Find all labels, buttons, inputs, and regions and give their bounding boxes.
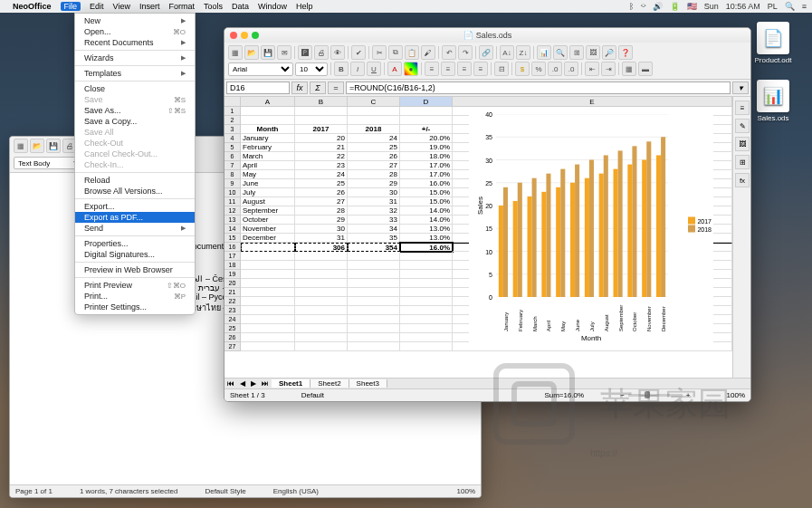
row-header[interactable]: 10 <box>224 188 241 197</box>
cell[interactable] <box>400 342 453 351</box>
cell[interactable] <box>295 342 348 351</box>
cell[interactable] <box>348 306 400 315</box>
cell[interactable] <box>400 116 453 125</box>
cell[interactable] <box>348 116 400 125</box>
zoom-icon[interactable]: 🔎 <box>602 45 616 60</box>
cell[interactable] <box>295 333 348 342</box>
cell[interactable] <box>400 306 453 315</box>
cell[interactable] <box>241 107 295 116</box>
column-header[interactable]: B <box>295 97 348 107</box>
cell[interactable]: Month <box>241 125 295 134</box>
cell[interactable] <box>348 342 400 351</box>
minimize-icon[interactable] <box>241 32 248 39</box>
menu-format[interactable]: Format <box>168 2 195 11</box>
row-header[interactable]: 24 <box>224 315 241 324</box>
menuitem-templates[interactable]: Templates <box>75 68 195 79</box>
align-right-icon[interactable]: ≡ <box>457 62 472 76</box>
font-size-select[interactable]: 10 <box>295 62 328 76</box>
menuitem-printer-settings[interactable]: Printer Settings... <box>75 302 195 312</box>
highlight-color-icon[interactable]: ● <box>404 62 418 76</box>
row-header[interactable]: 11 <box>224 197 241 206</box>
cell[interactable]: 2017 <box>295 125 348 134</box>
menu-insert[interactable]: Insert <box>139 2 160 11</box>
cell[interactable]: 15.0% <box>400 188 453 197</box>
cell[interactable] <box>400 261 453 270</box>
paintbrush-icon[interactable]: 🖌 <box>421 45 435 60</box>
new-icon[interactable]: ▦ <box>228 45 243 60</box>
cell[interactable]: 20 <box>295 134 348 143</box>
cell[interactable] <box>295 116 348 125</box>
menuitem-recent-documents[interactable]: Recent Documents <box>75 37 195 48</box>
row-header[interactable]: 7 <box>224 161 241 170</box>
cell[interactable]: 25 <box>295 179 348 188</box>
cell[interactable]: 31 <box>295 234 348 243</box>
cell[interactable]: 15.0% <box>400 197 453 206</box>
cell[interactable]: 26 <box>348 152 400 161</box>
chart-icon[interactable]: 📊 <box>537 45 551 60</box>
menu-edit[interactable]: Edit <box>90 2 104 11</box>
spotlight-icon[interactable]: 🔍 <box>785 2 795 11</box>
cell[interactable]: February <box>241 143 295 152</box>
increase-indent-icon[interactable]: ⇥ <box>601 62 616 76</box>
cell[interactable]: March <box>241 152 295 161</box>
menuitem-print-preview[interactable]: Print Preview⇧⌘O <box>75 280 195 291</box>
prev-sheet-icon[interactable]: ◀ <box>237 379 248 388</box>
bold-icon[interactable]: B <box>334 62 349 76</box>
cell[interactable]: 33 <box>348 216 400 225</box>
cell[interactable] <box>400 297 453 306</box>
column-header[interactable]: D <box>400 97 453 107</box>
app-name[interactable]: NeoOffice <box>13 2 52 11</box>
cell[interactable]: 13.0% <box>400 234 453 243</box>
menu-help[interactable]: Help <box>296 2 313 11</box>
undo-icon[interactable]: ↶ <box>442 45 456 60</box>
font-name-select[interactable]: Arial <box>228 62 293 76</box>
cell[interactable]: July <box>241 188 295 197</box>
menuitem-print[interactable]: Print...⌘P <box>75 291 195 302</box>
cell[interactable]: October <box>241 216 295 225</box>
cell[interactable]: 26 <box>295 188 348 197</box>
navigator-icon[interactable]: ⊞ <box>569 45 584 60</box>
menuitem-new[interactable]: New <box>75 15 195 26</box>
cell[interactable]: November <box>241 225 295 234</box>
cell[interactable]: +/- <box>400 125 453 134</box>
cell[interactable]: 30 <box>348 188 400 197</box>
cell[interactable]: 28 <box>348 170 400 179</box>
sheet-tab[interactable]: Sheet2 <box>310 379 349 388</box>
align-left-icon[interactable]: ≡ <box>425 62 439 76</box>
preview-icon[interactable]: 👁 <box>330 45 345 60</box>
close-icon[interactable] <box>230 32 237 39</box>
input-lang-icon[interactable]: 🇺🇸 <box>687 2 697 11</box>
mail-icon[interactable]: ✉ <box>277 45 291 60</box>
cell[interactable] <box>241 252 295 261</box>
styles-panel-icon[interactable]: ✎ <box>735 119 750 133</box>
cell[interactable]: 2018 <box>348 125 400 134</box>
first-sheet-icon[interactable]: ⏮ <box>224 379 237 388</box>
cell[interactable] <box>400 107 453 116</box>
paste-icon[interactable]: 📋 <box>405 45 419 60</box>
sort-asc-icon[interactable]: A↓ <box>500 45 514 60</box>
cell[interactable]: May <box>241 170 295 179</box>
cell[interactable] <box>348 315 400 324</box>
menuitem-open[interactable]: Open...⌘O <box>75 26 195 37</box>
row-header[interactable]: 8 <box>224 170 241 179</box>
cell[interactable]: 19.0% <box>400 143 453 152</box>
cell[interactable]: 30 <box>295 225 348 234</box>
row-header[interactable]: 16 <box>224 243 241 252</box>
cell[interactable]: 25 <box>348 143 400 152</box>
column-header[interactable]: E <box>453 97 732 107</box>
cell[interactable] <box>348 252 400 261</box>
zoom-slider[interactable]: −+ <box>620 391 690 399</box>
navigator-panel-icon[interactable]: ⊞ <box>735 155 750 169</box>
column-header[interactable]: C <box>348 97 400 107</box>
align-center-icon[interactable]: ≡ <box>441 62 455 76</box>
underline-icon[interactable]: U <box>367 62 381 76</box>
row-header[interactable]: 22 <box>224 297 241 306</box>
cell[interactable] <box>400 270 453 279</box>
cell[interactable] <box>295 306 348 315</box>
row-header[interactable]: 20 <box>224 279 241 288</box>
cell[interactable] <box>295 279 348 288</box>
row-header[interactable]: 17 <box>224 252 241 261</box>
cell[interactable] <box>400 315 453 324</box>
menuitem-preview-in-web-browser[interactable]: Preview in Web Browser <box>75 264 195 275</box>
row-header[interactable]: 18 <box>224 261 241 270</box>
